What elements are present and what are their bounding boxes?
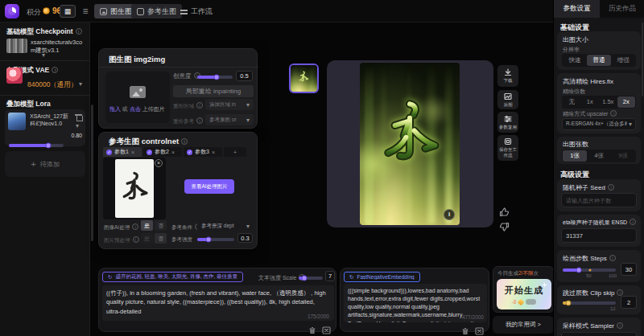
remove-image-icon[interactable]: × [155, 159, 163, 167]
menu-icon[interactable]: ≡ [79, 5, 92, 18]
vae-thumbnail[interactable] [6, 68, 23, 84]
thumbs-up-icon[interactable] [499, 206, 510, 220]
ref-strength-value[interactable]: 0.3 [237, 233, 253, 243]
info-icon[interactable]: i [52, 67, 58, 73]
tab-workflow[interactable]: 工作流 [175, 4, 218, 18]
controlnet-tab-1[interactable]: ✓参数1× [103, 147, 142, 157]
panel-scrollbar-thumb[interactable] [642, 23, 643, 96]
close-icon[interactable]: × [171, 150, 175, 155]
trash-icon[interactable] [75, 113, 82, 121]
slider-knob[interactable] [576, 268, 581, 273]
image-reference-icon[interactable] [475, 324, 484, 336]
info-icon[interactable]: i [609, 255, 616, 261]
ensd-input[interactable] [561, 228, 637, 243]
download-button[interactable]: 下载 [497, 65, 518, 87]
scale-value[interactable]: 7 [325, 271, 335, 281]
add-lora-button[interactable]: + 待添加 [5, 151, 85, 177]
steps-value[interactable]: 30 [621, 263, 637, 276]
info-icon[interactable]: i [608, 184, 614, 191]
result-thumbnail-selected[interactable] [289, 64, 319, 93]
slider-knob[interactable] [205, 237, 211, 243]
favorite-words-link[interactable]: 我的常用词 > [493, 316, 554, 334]
prompt-tag-chip[interactable]: ↻ 盛开的花园, 轻盈, 唯美, 太阳光, 肖像, 杰作, 最佳质量 [102, 272, 243, 282]
slider-knob[interactable] [214, 75, 220, 80]
view-ai-processed-button[interactable]: 查看AI处理图片 [184, 179, 234, 194]
info-icon[interactable]: i [610, 110, 617, 117]
controlnet-tab-3[interactable]: ✓参数3× [184, 147, 222, 157]
denoise-value[interactable]: 0.5 [236, 71, 253, 81]
ai-process-no[interactable]: 否 [155, 220, 167, 231]
steps-slider[interactable] [563, 268, 616, 272]
preprocess-no[interactable]: 否 [155, 233, 167, 244]
redraw-ref-dropdown[interactable]: 参考原图 or▾ [205, 114, 254, 125]
ref-strength-slider[interactable] [197, 238, 234, 241]
refresh-icon[interactable]: ↻ [349, 274, 353, 281]
slider-knob[interactable] [302, 276, 308, 281]
lora-thumbnail[interactable] [8, 113, 26, 130]
ai-process-yes[interactable]: 是 [141, 220, 153, 231]
option-2x[interactable]: 2x [617, 96, 636, 108]
lora-name[interactable]: XSArchi_127新科幻Neov1.0 [30, 113, 72, 127]
controlnet-image-box[interactable]: × [103, 158, 166, 219]
image-info-icon[interactable]: i [444, 209, 455, 220]
option-1x[interactable]: 1x [581, 96, 600, 108]
option-enhanced[interactable]: 增强 [611, 55, 635, 66]
lora-card[interactable]: XSArchi_127新科幻Neov1.0 ▾ 0.80 [5, 109, 85, 146]
slider-knob[interactable] [565, 301, 571, 306]
info-icon[interactable]: i [76, 28, 82, 35]
preprocess-yes[interactable]: 是 [141, 233, 153, 244]
clear-prompt-icon[interactable] [308, 323, 316, 336]
sampler-dropdown[interactable]: ▾ [561, 332, 637, 336]
option-normal[interactable]: 普通 [587, 55, 611, 66]
info-icon[interactable]: i [630, 219, 636, 225]
tab-params-settings[interactable]: 参数设置 [554, 0, 600, 18]
ref-condition-dropdown[interactable]: 参考景深 dept▾ [197, 220, 254, 232]
clip-skip-value[interactable]: 2 [621, 296, 637, 309]
info-icon[interactable]: i [181, 138, 188, 145]
info-icon[interactable]: i [132, 223, 138, 230]
option-1[interactable]: 1张 [563, 150, 587, 162]
redraw-area-dropdown[interactable]: 涂抹区域 in▾ [205, 99, 254, 110]
scale-slider[interactable] [299, 277, 323, 280]
lora-weight-slider[interactable] [9, 144, 64, 147]
tab-history-works[interactable]: 历史作品 [600, 0, 644, 18]
thumbs-down-icon[interactable] [499, 220, 510, 235]
controlnet-tab-2[interactable]: ✓参数2× [143, 147, 182, 157]
controlnet-add-tab[interactable]: + [224, 147, 246, 157]
scrollbar-thumb[interactable] [91, 104, 93, 241]
refresh-icon[interactable]: ↻ [108, 274, 112, 281]
generate-button[interactable]: 开始生成 -8 [497, 279, 551, 309]
chevron-down-icon[interactable]: ▾ [42, 51, 45, 59]
seed-input[interactable] [561, 193, 637, 207]
chevron-down-icon[interactable]: ▾ [76, 122, 79, 129]
option-1-5x[interactable]: 1.5x [599, 96, 617, 108]
save-workflow-button[interactable]: 保存至工作流 [497, 135, 518, 161]
checkpoint-name[interactable]: xsarchitecturalv3com建筑v3.1 [31, 39, 85, 55]
post-process-button[interactable]: 后期 [497, 90, 518, 109]
clip-skip-slider[interactable] [563, 301, 616, 305]
close-icon[interactable]: × [212, 150, 215, 155]
image-reference-icon[interactable] [322, 323, 331, 336]
generated-image[interactable]: i [360, 63, 460, 225]
positive-prompt-input[interactable]: ((竹子)), in a blooming garden, (fresh and… [102, 285, 334, 321]
upload-dropzone[interactable]: 拖入 或 点击 上传图片 [105, 72, 170, 123]
clear-prompt-icon[interactable] [461, 324, 469, 336]
grid-view-icon[interactable]: ▦ [60, 5, 76, 18]
slider-knob[interactable] [45, 143, 51, 149]
info-icon[interactable]: i [617, 322, 623, 329]
option-none[interactable]: 无 [563, 96, 581, 108]
checkpoint-thumbnail[interactable] [6, 39, 27, 53]
denoise-slider[interactable] [197, 76, 233, 79]
controlnet-reference-image[interactable] [115, 159, 154, 218]
vae-value[interactable]: 840000（通用） [27, 80, 77, 90]
option-fast[interactable]: 快速 [563, 55, 587, 66]
inpaint-button[interactable]: 局部重绘 inpainting [173, 85, 254, 97]
reuse-params-button[interactable]: 参数复用 [497, 112, 518, 133]
negative-embedding-chip[interactable]: ↻ FastNegativeEmbedding [344, 272, 420, 282]
app-logo[interactable] [5, 4, 19, 18]
close-icon[interactable]: × [131, 150, 134, 155]
chevron-down-icon[interactable]: ▾ [79, 80, 82, 88]
upscaler-dropdown[interactable]: R-ESRGAN 4x+（适合多种风▾ [562, 118, 636, 130]
option-4[interactable]: 4张 [587, 150, 611, 162]
info-icon[interactable]: i [617, 289, 623, 296]
